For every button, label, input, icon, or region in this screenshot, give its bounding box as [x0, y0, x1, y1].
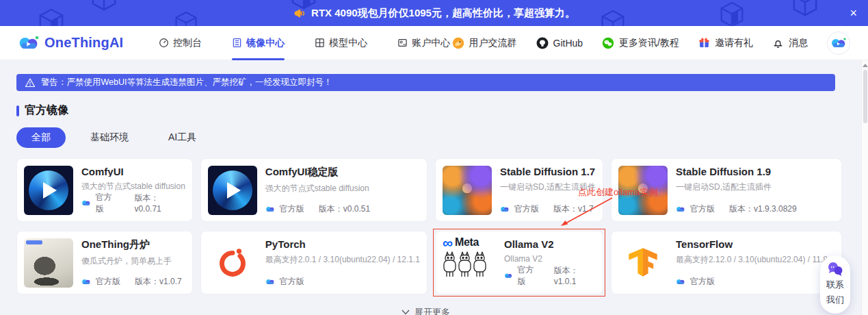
nav-item-label: 账户中心	[412, 37, 450, 49]
scrollbar-thumb[interactable]	[863, 70, 867, 123]
expand-more-label: 展开更多	[415, 306, 450, 315]
official-cloud-icon	[81, 278, 91, 286]
card-meta: 官方版	[265, 276, 420, 288]
official-badge: 官方版	[280, 276, 304, 288]
expand-more-button[interactable]: 展开更多	[16, 306, 835, 315]
nav-link-label: 消息	[789, 37, 808, 49]
image-card-tensorflow[interactable]: TensorFlow 最高支持2.12.0 / 3.10(ubuntu22.04…	[611, 231, 842, 294]
account-card-icon	[397, 38, 408, 48]
main-menu: 控制台 镜像中心 模型中心 账户中心	[159, 26, 450, 60]
official-badge: 官方版	[517, 264, 539, 288]
card-meta: 官方版 版本：v0.0.71	[81, 192, 185, 215]
meta-infinity-icon: ∞	[443, 236, 453, 250]
invite-reward-link[interactable]: 邀请有礼	[698, 37, 753, 49]
page-content: 警告：严禁使用WebUI等算法生成违禁图片、严禁挖矿，一经发现立即封号！ 官方镜…	[0, 60, 868, 315]
nav-link-label: GitHub	[553, 38, 583, 49]
nav-item-label: 模型中心	[329, 37, 367, 49]
image-card-grid: ComfyUI 强大的节点式stable diffusion 官方版 版本：v0…	[16, 158, 835, 294]
github-link[interactable]: GitHub	[536, 37, 583, 49]
nav-link-label: 用户交流群	[469, 37, 517, 49]
meta-logo: ∞ Meta	[443, 236, 479, 250]
official-badge: 官方版	[690, 203, 715, 215]
card-title: Stable Diffusion 1.9	[676, 166, 834, 177]
card-thumbnail	[443, 166, 492, 215]
card-thumbnail	[24, 238, 73, 288]
official-cloud-icon	[504, 272, 513, 279]
nav-link-label: 更多资讯/教程	[619, 37, 679, 49]
image-card-comfyui-stable[interactable]: ComfyUI稳定版 强大的节点式stable diffusion 官方版 版本…	[200, 158, 428, 222]
nav-item-console[interactable]: 控制台	[159, 26, 202, 60]
image-card-sd17[interactable]: Stable Diffusion 1.7 一键启动SD,适配主流插件 官方版 版…	[435, 158, 603, 222]
user-avatar[interactable]	[827, 32, 850, 55]
card-meta: 官方版 版本：v1.0.7	[81, 276, 185, 288]
nav-item-model-center[interactable]: 模型中心	[315, 26, 367, 60]
card-title: ComfyUI稳定版	[265, 166, 420, 179]
cube-decoration	[792, 0, 818, 18]
nav-item-account-center[interactable]: 账户中心	[397, 26, 450, 60]
dashboard-icon	[159, 38, 169, 48]
card-description: Ollama V2	[504, 254, 596, 264]
card-description: 强大的节点式stable diffusion	[265, 183, 420, 194]
messages-link[interactable]: 消息	[772, 37, 808, 49]
title-accent-bar	[16, 105, 19, 116]
image-card-comfyui[interactable]: ComfyUI 强大的节点式stable diffusion 官方版 版本：v0…	[16, 158, 193, 222]
image-card-sd19[interactable]: Stable Diffusion 1.9 一键启动SD,适配主流插件 官方版 版…	[611, 158, 842, 222]
card-description: 一键启动SD,适配主流插件	[500, 181, 596, 193]
official-badge: 官方版	[690, 276, 715, 288]
official-cloud-icon	[676, 205, 685, 213]
official-cloud-icon	[500, 205, 510, 213]
meta-brand-text: Meta	[455, 237, 479, 248]
warning-bar: 警告：严禁使用WebUI等算法生成违禁图片、严禁挖矿，一经发现立即封号！	[16, 74, 835, 91]
version-text: 版本：v0.0.71	[134, 192, 185, 214]
banner-close-icon[interactable]: ×	[850, 7, 857, 19]
logo[interactable]: OneThingAI	[18, 34, 123, 52]
nav-item-label: 镜像中心	[246, 37, 285, 49]
category-tabs: 全部 基础环境 AI工具	[16, 127, 835, 148]
card-title: Stable Diffusion 1.7	[500, 166, 596, 177]
wechat-icon	[602, 37, 614, 49]
tensorflow-icon	[628, 247, 658, 279]
card-thumbnail	[618, 238, 668, 288]
card-thumbnail: ∞ Meta	[443, 236, 496, 290]
card-description: 强大的节点式stable diffusion	[81, 181, 185, 192]
tab-base-env[interactable]: 基础环境	[75, 127, 144, 148]
card-meta: 官方版 版本：v1.0.1	[504, 264, 596, 288]
nav-link-label: 邀请有礼	[715, 37, 753, 49]
more-info-link[interactable]: 更多资讯/教程	[602, 37, 679, 49]
section-title: 官方镜像	[16, 103, 835, 118]
contact-chat-icon	[827, 262, 843, 277]
tab-all[interactable]: 全部	[16, 127, 66, 148]
image-card-onething-danlu[interactable]: OneThing丹炉 傻瓜式丹炉，简单易上手 官方版 版本：v1.0.7	[16, 231, 193, 294]
nav-utilities: 用户交流群 GitHub 更多资讯/教程 邀请有礼 消息	[452, 32, 850, 55]
image-card-ollama-v2[interactable]: ∞ Meta	[435, 231, 603, 294]
promo-text: RTX 4090现包月价仅1095元，超高性价比，享超强算力。	[311, 7, 575, 20]
official-cloud-icon	[676, 278, 685, 286]
official-badge: 官方版	[514, 203, 539, 215]
card-thumbnail	[618, 166, 668, 215]
nav-item-image-center[interactable]: 镜像中心	[232, 26, 285, 60]
card-thumbnail	[208, 166, 257, 215]
scrollbar-up-icon[interactable]	[863, 64, 868, 67]
onething-cloud-icon	[18, 34, 40, 52]
contact-us-widget[interactable]: 联系 我们	[820, 255, 850, 314]
logo-text: OneThingAI	[44, 35, 123, 51]
card-description: 一键启动SD,适配主流插件	[676, 181, 834, 193]
cube-decoration	[38, 8, 64, 26]
card-title: ComfyUI	[81, 166, 185, 177]
contact-label-line1: 联系	[826, 279, 844, 292]
nav-item-label: 控制台	[173, 37, 202, 49]
vertical-scrollbar[interactable]	[861, 60, 868, 315]
official-cloud-icon	[265, 278, 275, 286]
version-text: 版本：v0.0.51	[319, 203, 370, 215]
card-thumbnail	[24, 166, 73, 215]
user-group-link[interactable]: 用户交流群	[452, 37, 517, 49]
card-title: OneThing丹炉	[81, 238, 185, 251]
image-card-pytorch[interactable]: PyTorch 最高支持2.0.1 / 3.10(ubuntu22.04) / …	[200, 231, 428, 294]
official-cloud-icon	[265, 205, 275, 213]
card-description: 最高支持2.0.1 / 3.10(ubuntu22.04) / 12.1.1	[265, 254, 420, 266]
tab-ai-tools[interactable]: AI工具	[153, 127, 211, 148]
card-thumbnail	[208, 238, 257, 288]
cube-decoration	[91, 0, 117, 12]
chevron-down-icon	[402, 310, 410, 315]
section-title-text: 官方镜像	[25, 103, 68, 118]
